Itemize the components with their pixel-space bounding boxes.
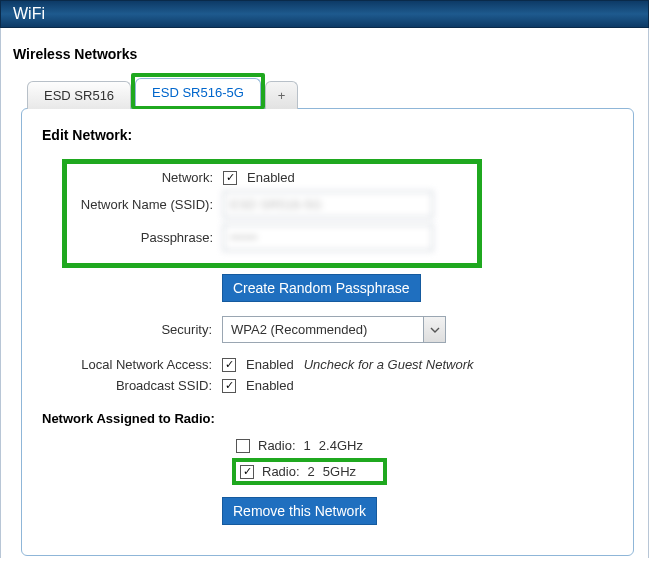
- chevron-down-icon: [423, 317, 445, 342]
- row-broadcast-ssid: Broadcast SSID: Enabled: [42, 378, 613, 393]
- row-security: Security: WPA2 (Recommended): [42, 316, 613, 343]
- label-security: Security:: [42, 322, 222, 337]
- remove-this-network-button[interactable]: Remove this Network: [222, 497, 377, 525]
- checkbox-local-network-access[interactable]: [222, 358, 236, 372]
- row-local-network-access: Local Network Access: Enabled Uncheck fo…: [42, 357, 613, 372]
- label-network: Network:: [73, 170, 223, 185]
- checkbox-radio-2[interactable]: [240, 465, 254, 479]
- row-random-btn: Create Random Passphrase: [42, 274, 613, 302]
- radio-num: 2: [308, 464, 315, 479]
- tab-label: ESD SR516-5G: [152, 85, 244, 100]
- tab-add[interactable]: +: [265, 81, 299, 109]
- row-ssid: Network Name (SSID):: [73, 191, 471, 218]
- label-ssid: Network Name (SSID):: [73, 197, 223, 212]
- plus-icon: +: [278, 88, 286, 103]
- text-enabled: Enabled: [247, 170, 295, 185]
- label-broadcast-ssid: Broadcast SSID:: [42, 378, 222, 393]
- label-lna: Local Network Access:: [42, 357, 222, 372]
- page-title: WiFi: [13, 5, 45, 22]
- page-title-bar: WiFi: [0, 0, 649, 28]
- tab-label: ESD SR516: [44, 88, 114, 103]
- radio-label: Radio:: [262, 464, 300, 479]
- checkbox-network-enabled[interactable]: [223, 171, 237, 185]
- hint-guest-network: Uncheck for a Guest Network: [304, 357, 474, 372]
- radio-list: Radio: 1 2.4GHz Radio: 2 5GHz: [232, 436, 613, 485]
- edit-network-panel: Edit Network: Network: Enabled Network N…: [21, 108, 634, 556]
- create-random-passphrase-button[interactable]: Create Random Passphrase: [222, 274, 421, 302]
- security-select[interactable]: WPA2 (Recommended): [222, 316, 446, 343]
- radio-num: 1: [304, 438, 311, 453]
- radio-band: 5GHz: [323, 464, 356, 479]
- row-remove-btn: Remove this Network: [42, 497, 613, 525]
- row-network-enabled: Network: Enabled: [73, 170, 471, 185]
- row-passphrase: Passphrase:: [73, 224, 471, 251]
- tabs: ESD SR516 ESD SR516-5G +: [27, 72, 642, 108]
- radio-1-row: Radio: 1 2.4GHz: [232, 436, 387, 455]
- tab-esd-sr516-5g[interactable]: ESD SR516-5G: [135, 78, 261, 106]
- text-enabled: Enabled: [246, 378, 294, 393]
- panel-title: Edit Network:: [42, 127, 613, 143]
- radio-band: 2.4GHz: [319, 438, 363, 453]
- highlight-active-tab: ESD SR516-5G: [131, 73, 265, 109]
- tab-esd-sr516[interactable]: ESD SR516: [27, 81, 131, 109]
- radio-label: Radio:: [258, 438, 296, 453]
- checkbox-radio-1[interactable]: [236, 439, 250, 453]
- label-passphrase: Passphrase:: [73, 230, 223, 245]
- highlight-credentials: Network: Enabled Network Name (SSID): Pa…: [62, 159, 482, 268]
- section-heading: Wireless Networks: [13, 46, 642, 62]
- ssid-input[interactable]: [223, 191, 433, 218]
- radio-2-row: Radio: 2 5GHz: [232, 458, 387, 485]
- radio-section-heading: Network Assigned to Radio:: [42, 411, 613, 426]
- page-body: Wireless Networks ESD SR516 ESD SR516-5G…: [0, 28, 649, 558]
- checkbox-broadcast-ssid[interactable]: [222, 379, 236, 393]
- text-enabled: Enabled: [246, 357, 294, 372]
- security-value: WPA2 (Recommended): [223, 317, 423, 342]
- passphrase-input[interactable]: [223, 224, 433, 251]
